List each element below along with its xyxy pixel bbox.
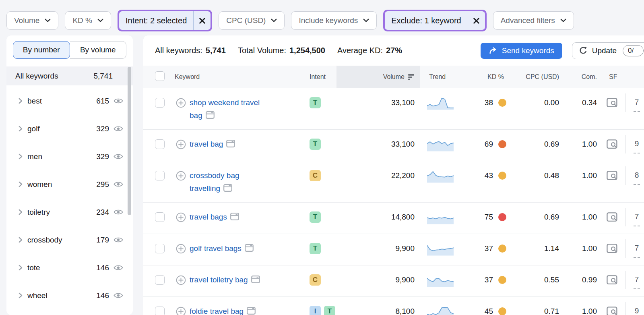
keyword-cell: shop weekend travelbag <box>171 96 306 122</box>
group-row-toiletry[interactable]: toiletry234 <box>6 198 133 226</box>
filter-chip-include-keywords[interactable]: Include keywords <box>291 11 377 30</box>
column-header-intent[interactable]: Intent <box>306 73 336 81</box>
keyword-link[interactable]: travel bag <box>190 138 235 151</box>
group-row-tote[interactable]: tote146 <box>6 254 133 282</box>
all-keywords-row[interactable]: All keywords 5,741 <box>6 66 133 85</box>
sf-count[interactable]: 7 <box>634 242 640 258</box>
row-checkbox[interactable] <box>155 98 165 108</box>
expand-chevron-right-icon[interactable] <box>19 181 23 187</box>
group-row-crossbody[interactable]: crossbody179 <box>6 226 133 254</box>
all-keywords-label: All keywords <box>15 72 58 81</box>
add-keyword-plus-icon[interactable] <box>176 244 186 254</box>
add-keyword-plus-icon[interactable] <box>176 171 186 181</box>
column-header-volume[interactable]: Volume <box>336 66 420 88</box>
column-header-com[interactable]: Com. <box>562 73 600 81</box>
trend-cell <box>420 169 461 183</box>
filter-chip-exclude-keywords[interactable]: Exclude: 1 keyword <box>385 11 485 30</box>
trend-cell <box>420 305 461 315</box>
group-row-women[interactable]: women295 <box>6 170 133 198</box>
serp-features-icon[interactable] <box>600 305 625 315</box>
serp-page-icon[interactable] <box>223 184 232 192</box>
clear-filter-icon[interactable] <box>468 11 485 30</box>
expand-chevron-right-icon[interactable] <box>19 265 23 271</box>
toggle-by-number[interactable]: By number <box>13 41 70 59</box>
filter-chip-volume[interactable]: Volume <box>6 11 58 30</box>
group-label: golf <box>27 124 96 133</box>
sf-count-wrap: 9 <box>625 305 644 315</box>
group-row-best[interactable]: best615 <box>6 87 133 115</box>
serp-page-icon[interactable] <box>245 244 254 252</box>
keyword-link[interactable]: golf travel bags <box>190 242 254 255</box>
row-checkbox[interactable] <box>155 139 165 149</box>
kd-difficulty-dot <box>498 213 506 221</box>
expand-chevron-right-icon[interactable] <box>19 98 23 104</box>
filter-chip-cpc[interactable]: CPC (USD) <box>219 11 285 30</box>
clear-filter-icon[interactable] <box>194 11 211 30</box>
row-checkbox[interactable] <box>155 171 165 180</box>
row-checkbox[interactable] <box>155 275 165 285</box>
sf-count[interactable]: 7 <box>634 274 640 289</box>
filter-chip-kd[interactable]: KD % <box>65 11 111 30</box>
eye-visibility-icon[interactable] <box>114 125 123 132</box>
sf-count[interactable]: 8 <box>634 169 640 185</box>
add-keyword-plus-icon[interactable] <box>176 275 186 285</box>
serp-page-icon[interactable] <box>206 111 215 119</box>
kd-cell: 45 <box>461 305 510 315</box>
eye-visibility-icon[interactable] <box>114 236 123 243</box>
sf-count[interactable]: 9 <box>634 138 640 153</box>
group-row-wheel[interactable]: wheel146 <box>6 282 133 309</box>
expand-chevron-right-icon[interactable] <box>19 237 23 243</box>
keyword-link[interactable]: travel bags <box>190 211 239 224</box>
expand-chevron-right-icon[interactable] <box>19 209 23 215</box>
update-button[interactable]: Update 0/ <box>572 42 644 59</box>
serp-features-icon[interactable] <box>600 138 625 149</box>
intent-cell: C <box>306 274 336 286</box>
trend-sparkline <box>427 169 461 183</box>
column-header-cpc[interactable]: CPC (USD) <box>510 73 562 81</box>
eye-visibility-icon[interactable] <box>114 209 123 216</box>
serp-page-icon[interactable] <box>230 213 239 220</box>
group-row-men[interactable]: men329 <box>6 143 133 170</box>
group-row-golf[interactable]: golf329 <box>6 115 133 143</box>
column-header-sf[interactable]: SF <box>600 73 644 81</box>
add-keyword-plus-icon[interactable] <box>176 139 186 149</box>
filter-chip-advanced-filters[interactable]: Advanced filters <box>493 11 574 30</box>
eye-visibility-icon[interactable] <box>114 153 123 160</box>
eye-visibility-icon[interactable] <box>114 97 123 104</box>
add-keyword-plus-icon[interactable] <box>176 307 186 315</box>
keyword-link[interactable]: crossbody bagtravelling <box>190 169 239 195</box>
column-header-keyword[interactable]: Keyword <box>171 73 306 81</box>
sf-count[interactable]: 7 <box>634 96 640 112</box>
row-checkbox[interactable] <box>155 307 165 315</box>
add-keyword-plus-icon[interactable] <box>176 98 186 108</box>
add-keyword-plus-icon[interactable] <box>176 212 186 222</box>
sidebar-scrollbar[interactable] <box>128 67 131 215</box>
toggle-by-volume[interactable]: By volume <box>70 41 127 59</box>
expand-chevron-right-icon[interactable] <box>19 292 23 298</box>
filter-chip-intent[interactable]: Intent: 2 selected <box>119 11 211 30</box>
eye-visibility-icon[interactable] <box>114 292 123 299</box>
sf-count[interactable]: 9 <box>634 305 640 315</box>
serp-features-icon[interactable] <box>600 96 625 108</box>
sf-count[interactable]: 7 <box>634 211 640 226</box>
serp-page-icon[interactable] <box>247 307 256 315</box>
select-all-checkbox[interactable] <box>155 71 165 81</box>
eye-visibility-icon[interactable] <box>114 181 123 188</box>
keyword-link[interactable]: travel toiletry bag <box>190 274 260 286</box>
keyword-link[interactable]: foldie travel bag <box>190 305 256 315</box>
expand-chevron-right-icon[interactable] <box>19 153 23 160</box>
serp-page-icon[interactable] <box>251 276 260 283</box>
serp-features-icon[interactable] <box>600 274 625 285</box>
serp-features-icon[interactable] <box>600 169 625 181</box>
serp-features-icon[interactable] <box>600 242 625 254</box>
send-keywords-button[interactable]: Send keywords <box>481 43 562 59</box>
column-header-trend[interactable]: Trend <box>420 73 461 81</box>
serp-features-icon[interactable] <box>600 211 625 222</box>
eye-visibility-icon[interactable] <box>114 264 123 271</box>
row-checkbox[interactable] <box>155 244 165 253</box>
expand-chevron-right-icon[interactable] <box>19 126 23 132</box>
row-checkbox[interactable] <box>155 212 165 222</box>
column-header-kd[interactable]: KD % <box>461 73 510 81</box>
keyword-link[interactable]: shop weekend travelbag <box>190 96 260 122</box>
serp-page-icon[interactable] <box>226 140 235 147</box>
